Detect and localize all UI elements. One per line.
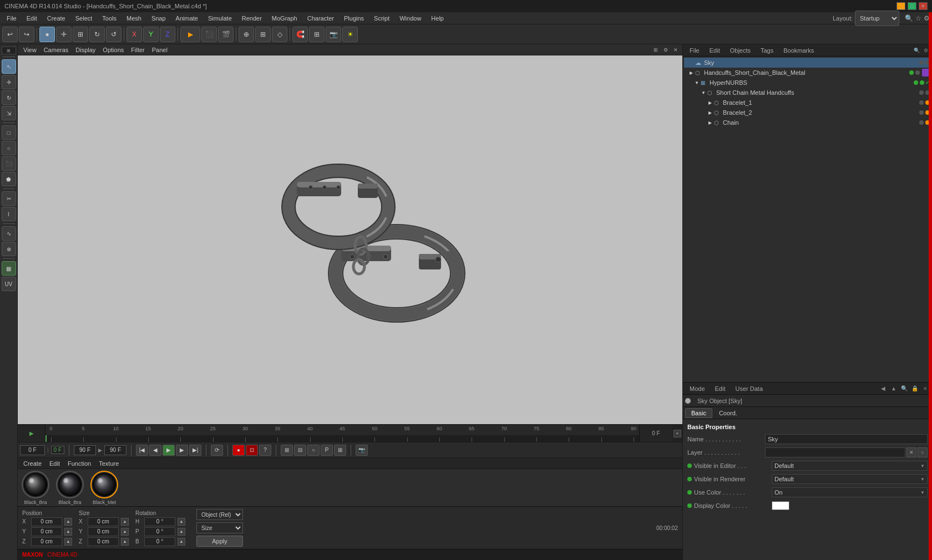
mat-menu-function[interactable]: Function	[64, 460, 94, 467]
uv-tool[interactable]: UV	[2, 277, 16, 291]
play-button[interactable]: ▶	[163, 445, 175, 456]
layout-dropdown[interactable]: Startup	[855, 11, 899, 26]
maximize-button[interactable]: □	[908, 2, 916, 10]
z-axis-button[interactable]: Z	[160, 27, 175, 42]
layer-pick-button[interactable]: ○	[918, 447, 928, 457]
go-to-end-button[interactable]: ▶|	[189, 445, 201, 456]
menu-create[interactable]: Create	[43, 14, 70, 23]
vp-icon-maximize[interactable]: ⊞	[651, 45, 660, 54]
timeline-add-button[interactable]: +	[673, 430, 681, 437]
key-button[interactable]: ?	[259, 445, 271, 456]
snap-button[interactable]: 🧲	[292, 27, 308, 42]
props-tab-coord[interactable]: Coord.	[713, 408, 743, 418]
move-tool-button[interactable]: ⊕	[239, 27, 254, 42]
menu-edit[interactable]: Edit	[22, 14, 42, 23]
z-pos-up[interactable]: ▲	[64, 538, 72, 546]
scale-button[interactable]: ⊞	[73, 27, 88, 42]
go-to-start-button[interactable]: |◀	[136, 445, 148, 456]
bevel-button[interactable]: ◇	[272, 27, 287, 42]
record-button[interactable]: ●	[232, 445, 245, 456]
props-lock-icon[interactable]: 🔒	[910, 384, 919, 393]
y-position-input[interactable]	[31, 527, 62, 536]
y-size-input[interactable]	[88, 527, 119, 536]
layer-field[interactable]	[765, 447, 905, 457]
key-mode-button[interactable]: ⊞	[281, 445, 293, 456]
object-mode-dropdown[interactable]: Object (Rel)	[196, 509, 243, 520]
obj-item-chain[interactable]: ▶ ⬡ Chain	[684, 118, 931, 128]
material-item-3[interactable]: Black_Met	[89, 471, 120, 505]
menu-mesh[interactable]: Mesh	[122, 14, 146, 23]
props-back-icon[interactable]: ◀	[879, 384, 888, 393]
obj-item-shortchain[interactable]: ▼ ⬡ Short Chain Metal Handcuffs	[684, 88, 931, 98]
camera-button[interactable]: 📷	[326, 27, 341, 42]
menu-render[interactable]: Render	[237, 14, 266, 23]
step-back-button[interactable]: ◀	[149, 445, 161, 456]
vp-menu-cameras[interactable]: Cameras	[40, 46, 72, 54]
menu-plugins[interactable]: Plugins	[340, 14, 368, 23]
cylinder-tool[interactable]: ⬛	[2, 156, 16, 171]
props-forward-icon[interactable]: ▲	[889, 384, 898, 393]
material-item-1[interactable]: Black_Bra	[20, 471, 51, 505]
rotate-tool[interactable]: ↻	[2, 90, 16, 105]
display-color-swatch[interactable]	[772, 501, 789, 510]
material-item-2[interactable]: Black_Bra	[54, 471, 85, 505]
vp-menu-display[interactable]: Display	[72, 46, 99, 54]
z-size-up[interactable]: ▲	[121, 538, 129, 546]
knife-tool[interactable]: ✂	[2, 191, 16, 206]
menu-help[interactable]: Help	[427, 14, 448, 23]
menu-window[interactable]: Window	[395, 14, 426, 23]
material-tool[interactable]: ⊗	[2, 242, 16, 256]
rotate2-button[interactable]: ↺	[106, 27, 121, 42]
props-tab-userdata[interactable]: User Data	[731, 384, 768, 393]
auto-key-button[interactable]: ⊡	[246, 445, 258, 456]
rotate-button[interactable]: ↻	[89, 27, 105, 42]
search-icon[interactable]: 🔍	[905, 14, 913, 22]
vp-menu-options[interactable]: Options	[99, 46, 127, 54]
x-size-input[interactable]	[88, 517, 119, 526]
move-tool[interactable]: ✛	[2, 75, 16, 89]
cube-tool[interactable]: □	[2, 125, 16, 140]
obj-item-handcuffs[interactable]: ▶ ⬡ Handcuffs_Short_Chain_Black_Metal	[684, 68, 931, 78]
y-axis-button[interactable]: Y	[143, 27, 159, 42]
render-button[interactable]: ▶	[180, 27, 200, 42]
menu-file[interactable]: File	[2, 14, 21, 23]
viewport[interactable]	[18, 55, 682, 424]
vp-icon-settings[interactable]: ⚙	[661, 45, 670, 54]
props-search-icon[interactable]: 🔍	[900, 384, 909, 393]
menu-select[interactable]: Select	[71, 14, 97, 23]
x-size-up[interactable]: ▲	[121, 518, 129, 526]
obj-item-bracelet2[interactable]: ▶ ⬡ Bracelet_2	[684, 108, 931, 118]
obj-item-bracelet1[interactable]: ▶ ⬡ Bracelet_1	[684, 98, 931, 108]
render-to-po-button[interactable]: 🎬	[218, 27, 234, 42]
x-axis-button[interactable]: X	[126, 27, 142, 42]
morph-button[interactable]: ⊞	[334, 445, 346, 456]
texture-tool[interactable]: ▦	[2, 261, 16, 276]
obj-tab-file[interactable]: File	[685, 46, 704, 55]
vp-menu-panel[interactable]: Panel	[149, 46, 171, 54]
end-frame-input[interactable]	[74, 445, 96, 455]
obj-tab-edit[interactable]: Edit	[705, 46, 725, 55]
mat-menu-edit[interactable]: Edit	[46, 460, 63, 467]
step-forward-button[interactable]: ▶	[176, 445, 188, 456]
h-rotation-input[interactable]	[144, 517, 175, 526]
x-pos-up[interactable]: ▲	[64, 518, 72, 526]
pose-button[interactable]: P	[321, 445, 333, 456]
current-frame-input[interactable]	[20, 445, 45, 455]
grid-button[interactable]: ⊞	[309, 27, 325, 42]
close-button[interactable]: ✕	[919, 2, 928, 10]
menu-mograph[interactable]: MoGraph	[267, 14, 302, 23]
mat-menu-texture[interactable]: Texture	[95, 460, 122, 467]
end-frame-input2[interactable]	[104, 445, 126, 455]
props-tab-mode[interactable]: Mode	[685, 384, 710, 393]
extrude-button[interactable]: ⊞	[255, 27, 271, 42]
layer-clear-button[interactable]: ✕	[906, 447, 916, 457]
obj-tab-objects[interactable]: Objects	[726, 46, 755, 55]
z-position-input[interactable]	[31, 537, 62, 546]
move-button[interactable]: ✛	[56, 27, 72, 42]
use-color-dropdown[interactable]: On ▼	[772, 487, 928, 497]
name-field[interactable]	[765, 434, 928, 444]
loop-button[interactable]: ⟳	[211, 445, 223, 456]
menu-animate[interactable]: Animate	[171, 14, 202, 23]
props-tab-edit[interactable]: Edit	[711, 384, 730, 393]
fcurve-button[interactable]: ⊟	[294, 445, 306, 456]
